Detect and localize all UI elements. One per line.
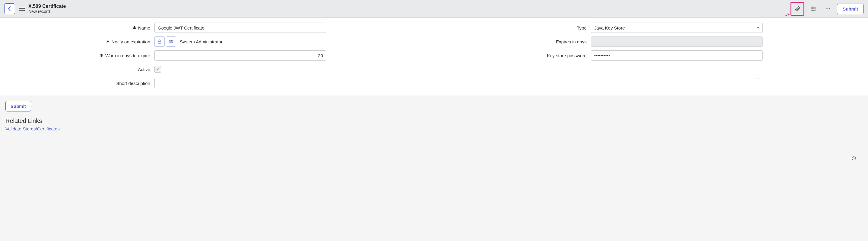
page-subtitle: New record [28, 9, 66, 14]
required-star-icon: ✱ [100, 53, 103, 58]
validate-stores-link[interactable]: Validate Stores/Certificates [5, 126, 60, 131]
people-icon [168, 39, 174, 44]
ellipsis-icon [825, 6, 831, 12]
warn-days-input[interactable] [154, 50, 326, 61]
settings-button[interactable] [808, 3, 819, 14]
header-title-block: X.509 Certificate New record [28, 4, 66, 14]
more-actions-button[interactable] [823, 3, 833, 14]
row-kspassword: Key store password [440, 50, 864, 61]
form-column-left: ✱ Name ✱ Notify on expiration [4, 22, 428, 75]
row-notify: ✱ Notify on expiration System Administra… [4, 36, 428, 47]
footer-submit-button[interactable]: Submit [5, 101, 31, 111]
sliders-icon [810, 6, 816, 12]
chevron-left-icon [8, 6, 11, 11]
svg-point-10 [169, 40, 171, 42]
svg-point-11 [171, 40, 173, 42]
keystore-password-input[interactable] [591, 50, 763, 61]
type-select[interactable]: Java Key Store [591, 23, 763, 33]
lock-icon [157, 39, 162, 44]
form-footer: Submit Related Links Validate Stores/Cer… [0, 96, 868, 170]
svg-point-8 [829, 8, 830, 9]
label-active: Active [138, 67, 150, 72]
attachment-highlight: ➚ [790, 2, 804, 16]
svg-point-6 [826, 8, 827, 9]
svg-point-5 [812, 10, 813, 10]
label-notify: Notify on expiration [112, 39, 150, 44]
label-short-desc: Short description [116, 81, 150, 86]
active-checkbox[interactable]: ✓ [154, 66, 161, 73]
paperclip-icon [795, 6, 801, 12]
row-name: ✱ Name [4, 22, 428, 33]
label-warn: Warn in days to expire [105, 53, 150, 58]
form-header: X.509 Certificate New record ➚ Submit [0, 0, 868, 18]
svg-point-3 [812, 7, 813, 7]
response-time-button[interactable] [851, 156, 857, 162]
unlock-reference-button[interactable] [154, 36, 165, 47]
svg-rect-9 [158, 41, 161, 43]
expires-input [591, 36, 763, 47]
required-star-icon: ✱ [106, 39, 110, 44]
label-type: Type [577, 25, 587, 30]
header-submit-button[interactable]: Submit [837, 4, 864, 14]
attachment-button[interactable] [792, 3, 803, 14]
svg-point-4 [814, 8, 815, 9]
row-short-description: Short description [4, 77, 864, 89]
svg-point-7 [828, 8, 829, 9]
add-reference-button[interactable] [166, 36, 176, 47]
label-name: Name [138, 25, 150, 30]
label-expires: Expires in days [556, 39, 587, 44]
notify-value: System Administrator [177, 39, 223, 44]
context-menu-button[interactable] [19, 6, 25, 12]
back-button[interactable] [4, 3, 15, 14]
row-active: Active ✓ [4, 64, 428, 75]
row-warn: ✱ Warn in days to expire [4, 50, 428, 61]
short-description-input[interactable] [154, 78, 759, 88]
page-title: X.509 Certificate [28, 4, 66, 9]
name-input[interactable] [154, 23, 326, 33]
required-star-icon: ✱ [133, 25, 136, 30]
clock-icon [851, 156, 857, 161]
label-kspass: Key store password [547, 53, 587, 58]
related-links-heading: Related Links [5, 117, 863, 125]
check-icon: ✓ [156, 67, 159, 72]
row-expires: Expires in days [440, 36, 864, 47]
form-column-right: Type Java Key Store Expires in days [440, 22, 864, 75]
row-type: Type Java Key Store [440, 22, 864, 33]
form-body: ✱ Name ✱ Notify on expiration [0, 18, 868, 96]
